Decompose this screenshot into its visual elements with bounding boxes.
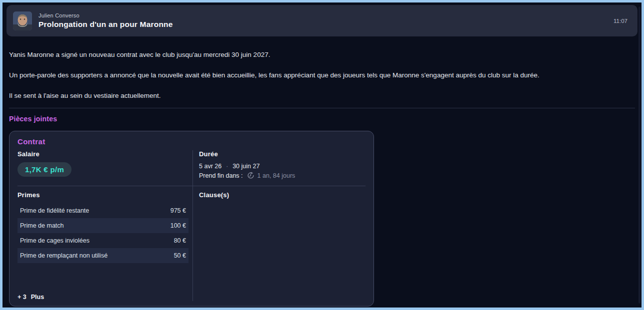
avatar-image <box>13 11 32 30</box>
clock-countdown-icon <box>247 172 254 179</box>
attachments-section-title: Pièces jointes <box>9 115 635 123</box>
news-header: Julien Converso Prolongation d'un an pou… <box>6 5 638 36</box>
ends-in-value: 1 an, 84 jours <box>258 172 296 179</box>
salary-block: Salaire 1,7K € p/m <box>18 150 192 186</box>
ends-in-label: Prend fin dans : <box>199 172 243 179</box>
paragraph: Yanis Maronne a signé un nouveau contrat… <box>9 51 635 58</box>
contract-attachment-card[interactable]: Contrat Salaire 1,7K € p/m Durée 5 avr 2… <box>9 131 374 307</box>
avatar <box>13 11 32 30</box>
bonus-name: Prime de cages inviolées <box>20 237 90 244</box>
news-item-screen: Julien Converso Prolongation d'un an pou… <box>0 0 644 310</box>
ends-in-row: Prend fin dans : 1 an, 84 jours <box>199 172 366 179</box>
scrollbar[interactable] <box>638 6 640 304</box>
bonus-value: 50 € <box>174 252 186 259</box>
bonuses-block: Primes Prime de fidélité restante 975 € … <box>18 186 192 301</box>
bonus-value: 975 € <box>170 207 186 214</box>
paragraph: Un porte-parole des supporters a annoncé… <box>9 71 635 79</box>
more-count: + 3 <box>18 294 26 301</box>
clauses-label: Clause(s) <box>199 191 366 199</box>
table-row: Prime de fidélité restante 975 € <box>18 203 188 218</box>
table-row: Prime de cages inviolées 80 € <box>18 233 188 248</box>
news-body: Yanis Maronne a signé un nouveau contrat… <box>9 39 635 307</box>
salary-label: Salaire <box>18 150 192 158</box>
clauses-block: Clause(s) <box>192 186 366 301</box>
more-label: Plus <box>31 294 44 301</box>
date-separator: · <box>226 163 228 170</box>
timestamp: 11:07 <box>614 18 628 24</box>
paragraph: Il se sent à l'aise au sein du vestiaire… <box>9 92 635 99</box>
bonus-name: Prime de fidélité restante <box>20 207 89 214</box>
duration-block: Durée 5 avr 26 · 30 juin 27 Prend fin da… <box>192 150 366 186</box>
bonus-value: 100 € <box>170 222 186 229</box>
author-name: Julien Converso <box>38 12 173 18</box>
bonuses-table: Prime de fidélité restante 975 € Prime d… <box>18 203 188 263</box>
section-divider <box>9 108 635 108</box>
news-title: Prolongation d'un an pour Maronne <box>38 20 173 29</box>
contract-dates: 5 avr 26 · 30 juin 27 <box>199 163 366 170</box>
bonus-name: Prime de remplaçant non utilisé <box>20 252 108 259</box>
bonuses-label: Primes <box>18 191 192 199</box>
contract-start-date: 5 avr 26 <box>199 163 222 170</box>
contract-card-grid: Salaire 1,7K € p/m Durée 5 avr 26 · 30 j… <box>18 150 366 301</box>
table-row: Prime de match 100 € <box>18 218 188 233</box>
table-row: Prime de remplaçant non utilisé 50 € <box>18 248 188 263</box>
salary-value-badge: 1,7K € p/m <box>18 162 72 177</box>
contract-end-date: 30 juin 27 <box>232 163 260 170</box>
duration-label: Durée <box>199 150 366 158</box>
show-more-button[interactable]: + 3 Plus <box>18 294 192 301</box>
contract-card-title: Contrat <box>18 137 366 146</box>
bonus-name: Prime de match <box>20 222 64 229</box>
bonus-value: 80 € <box>174 237 186 244</box>
header-text: Julien Converso Prolongation d'un an pou… <box>38 12 173 29</box>
